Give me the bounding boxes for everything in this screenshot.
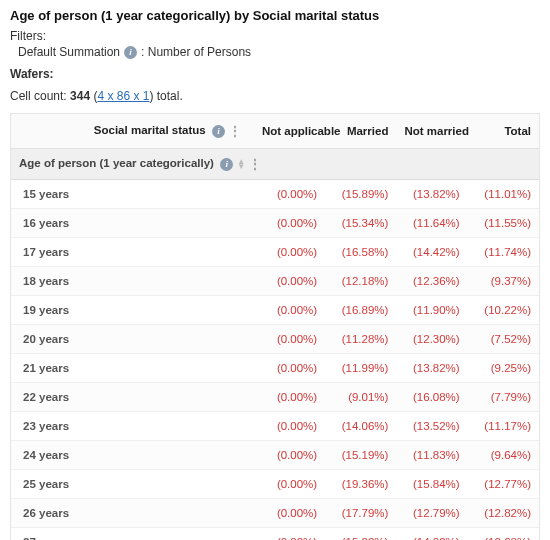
cell-value: (0.00%) [254, 383, 325, 412]
column-header[interactable]: Total [468, 114, 539, 149]
sort-icon[interactable]: ▲▼ [237, 159, 245, 169]
cell-value: (14.32%) [396, 528, 467, 541]
column-dimension-header: Social marital status i ⋮ [11, 114, 254, 149]
column-menu-icon[interactable]: ⋮ [229, 124, 240, 138]
table-row: 15 years(0.00%)(15.89%)(13.82%)(11.01%) [11, 180, 539, 209]
cell-value: (0.00%) [254, 267, 325, 296]
info-icon[interactable]: i [212, 125, 225, 138]
cell-value: (15.19%) [325, 441, 396, 470]
row-label: 20 years [11, 325, 254, 354]
row-dimension-header-row: Age of person (1 year categorically) i ▲… [11, 149, 539, 180]
cell-value: (16.89%) [325, 296, 396, 325]
cell-value: (0.00%) [254, 441, 325, 470]
cell-value: (11.64%) [396, 209, 467, 238]
row-label: 19 years [11, 296, 254, 325]
cell-count-line: Cell count: 344 (4 x 86 x 1) total. [10, 89, 540, 103]
cell-value: (0.00%) [254, 209, 325, 238]
data-table: Social marital status i ⋮ Not applicable… [11, 114, 539, 540]
cell-value: (10.22%) [468, 296, 539, 325]
table-row: 21 years(0.00%)(11.99%)(13.82%)(9.25%) [11, 354, 539, 383]
cell-value: (9.64%) [468, 441, 539, 470]
cell-value: (19.36%) [325, 470, 396, 499]
table-row: 18 years(0.00%)(12.18%)(12.36%)(9.37%) [11, 267, 539, 296]
cell-value: (16.08%) [396, 383, 467, 412]
cell-value: (11.28%) [325, 325, 396, 354]
cell-value: (0.00%) [254, 325, 325, 354]
column-dimension-label: Social marital status [94, 124, 206, 136]
default-summation-label: Default Summation [18, 45, 120, 59]
cell-value: (12.30%) [396, 325, 467, 354]
row-label: 17 years [11, 238, 254, 267]
cell-value: (0.00%) [254, 180, 325, 209]
cell-value: (12.36%) [396, 267, 467, 296]
info-icon[interactable]: i [124, 46, 137, 59]
cell-value: (17.79%) [325, 499, 396, 528]
row-label: 27 years [11, 528, 254, 541]
table-row: 26 years(0.00%)(17.79%)(12.79%)(12.82%) [11, 499, 539, 528]
table-row: 19 years(0.00%)(16.89%)(11.90%)(10.22%) [11, 296, 539, 325]
data-table-container: Social marital status i ⋮ Not applicable… [10, 113, 540, 540]
table-row: 24 years(0.00%)(15.19%)(11.83%)(9.64%) [11, 441, 539, 470]
cell-value: (11.17%) [468, 412, 539, 441]
row-label: 24 years [11, 441, 254, 470]
cell-value: (16.58%) [325, 238, 396, 267]
cell-value: (12.18%) [325, 267, 396, 296]
cell-value: (11.74%) [468, 238, 539, 267]
row-dimension-label: Age of person (1 year categorically) [19, 157, 214, 169]
cell-value: (10.68%) [468, 528, 539, 541]
cell-count-value: 344 [70, 89, 90, 103]
cell-value: (0.00%) [254, 470, 325, 499]
cell-value: (9.37%) [468, 267, 539, 296]
cell-value: (7.52%) [468, 325, 539, 354]
row-label: 16 years [11, 209, 254, 238]
cell-value: (13.82%) [396, 354, 467, 383]
filters-heading: Filters: [10, 29, 540, 43]
cell-value: (0.00%) [254, 354, 325, 383]
cell-value: (11.01%) [468, 180, 539, 209]
cell-value: (15.84%) [396, 470, 467, 499]
cell-value: (13.52%) [396, 412, 467, 441]
row-label: 22 years [11, 383, 254, 412]
table-row: 27 years(0.00%)(15.22%)(14.32%)(10.68%) [11, 528, 539, 541]
row-menu-icon[interactable]: ⋮ [249, 157, 260, 171]
cell-count-close: ) total. [149, 89, 182, 103]
cell-value: (11.55%) [468, 209, 539, 238]
cell-value: (11.99%) [325, 354, 396, 383]
cell-value: (0.00%) [254, 412, 325, 441]
wafers-heading: Wafers: [10, 67, 540, 81]
filters-line: Default Summation i : Number of Persons [18, 45, 540, 59]
row-label: 15 years [11, 180, 254, 209]
cell-value: (15.22%) [325, 528, 396, 541]
cell-value: (15.89%) [325, 180, 396, 209]
table-row: 20 years(0.00%)(11.28%)(12.30%)(7.52%) [11, 325, 539, 354]
cell-value: (14.42%) [396, 238, 467, 267]
info-icon[interactable]: i [220, 158, 233, 171]
row-label: 26 years [11, 499, 254, 528]
cell-count-formula-link[interactable]: 4 x 86 x 1 [97, 89, 149, 103]
cell-value: (12.79%) [396, 499, 467, 528]
table-row: 22 years(0.00%)(9.01%)(16.08%)(7.79%) [11, 383, 539, 412]
column-header[interactable]: Not married [396, 114, 467, 149]
cell-value: (15.34%) [325, 209, 396, 238]
table-row: 16 years(0.00%)(15.34%)(11.64%)(11.55%) [11, 209, 539, 238]
cell-value: (12.77%) [468, 470, 539, 499]
row-label: 21 years [11, 354, 254, 383]
table-row: 23 years(0.00%)(14.06%)(13.52%)(11.17%) [11, 412, 539, 441]
table-row: 17 years(0.00%)(16.58%)(14.42%)(11.74%) [11, 238, 539, 267]
page-title: Age of person (1 year categorically) by … [10, 8, 540, 23]
cell-value: (11.90%) [396, 296, 467, 325]
cell-value: (7.79%) [468, 383, 539, 412]
table-body: 15 years(0.00%)(15.89%)(13.82%)(11.01%)1… [11, 180, 539, 541]
default-summation-value: : Number of Persons [141, 45, 251, 59]
row-label: 23 years [11, 412, 254, 441]
column-header-row: Social marital status i ⋮ Not applicable… [11, 114, 539, 149]
cell-value: (9.01%) [325, 383, 396, 412]
row-label: 18 years [11, 267, 254, 296]
row-dimension-header: Age of person (1 year categorically) i ▲… [11, 149, 539, 180]
cell-value: (0.00%) [254, 296, 325, 325]
column-header[interactable]: Not applicable [254, 114, 325, 149]
table-row: 25 years(0.00%)(19.36%)(15.84%)(12.77%) [11, 470, 539, 499]
cell-value: (11.83%) [396, 441, 467, 470]
cell-value: (0.00%) [254, 499, 325, 528]
cell-value: (9.25%) [468, 354, 539, 383]
